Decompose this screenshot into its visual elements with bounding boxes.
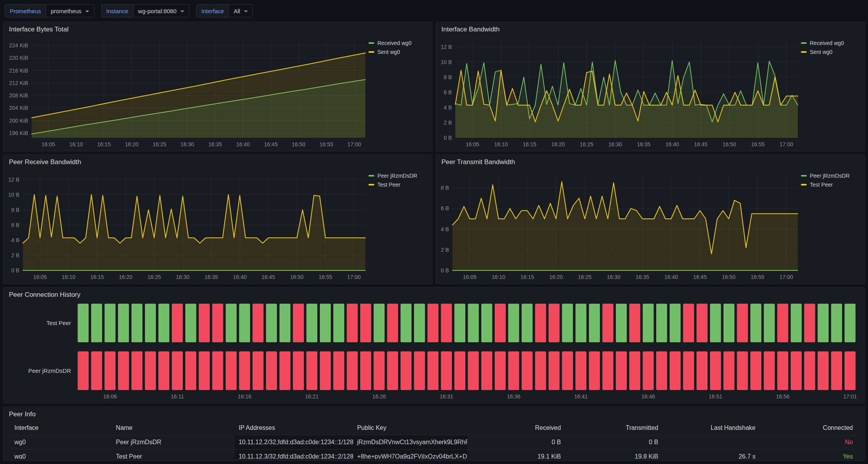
status-bar-connected[interactable] [791, 304, 802, 342]
chart-canvas[interactable]: 0 B2 B4 B6 B8 B10 B12 B16:0516:1016:1516… [5, 168, 368, 282]
chart-area-interface-bandwidth[interactable]: 0 B2 B4 B6 B8 B10 B12 B16:0516:1016:1516… [437, 35, 801, 149]
status-bar-connected[interactable] [401, 304, 412, 342]
status-bar-disconnected[interactable] [185, 351, 196, 390]
status-bar-disconnected[interactable] [131, 351, 142, 390]
status-bar-disconnected[interactable] [347, 351, 358, 390]
status-bar-disconnected[interactable] [724, 351, 735, 390]
status-bar-disconnected[interactable] [414, 351, 425, 390]
status-bar-disconnected[interactable] [252, 351, 263, 390]
status-bar-disconnected[interactable] [360, 351, 371, 390]
panel-title-peer-receive-bandwidth[interactable]: Peer Receive Bandwidth [3, 155, 432, 168]
status-bar-disconnected[interactable] [334, 351, 344, 390]
status-bar-disconnected[interactable] [804, 351, 815, 390]
status-bar-disconnected[interactable] [629, 304, 640, 342]
status-bar-disconnected[interactable] [159, 351, 169, 390]
status-bar-disconnected[interactable] [804, 304, 815, 342]
status-bar-connected[interactable] [616, 304, 627, 342]
status-bar-disconnected[interactable] [737, 304, 748, 342]
legend-item-sent-wg0[interactable]: Sent wg0 [368, 49, 430, 55]
status-bar-disconnected[interactable] [535, 304, 546, 342]
variable-interface-dropdown[interactable]: All [229, 4, 253, 17]
status-bar-connected[interactable] [845, 304, 856, 342]
variable-prometheus-dropdown[interactable]: prometheus [46, 4, 94, 17]
status-bar-disconnected[interactable] [777, 304, 788, 342]
status-bar-disconnected[interactable] [656, 351, 667, 390]
status-bar-disconnected[interactable] [252, 304, 263, 342]
status-bar-disconnected[interactable] [643, 351, 654, 390]
status-bar-disconnected[interactable] [616, 351, 627, 390]
status-bar-disconnected[interactable] [172, 304, 183, 342]
status-bar-disconnected[interactable] [697, 351, 707, 390]
status-bar-disconnected[interactable] [387, 351, 398, 390]
status-bar-disconnected[interactable] [455, 351, 465, 390]
chart-area-peer-receive-bandwidth[interactable]: 0 B2 B4 B6 B8 B10 B12 B16:0516:1016:1516… [5, 168, 368, 282]
table-header-name[interactable]: Name [112, 421, 235, 435]
status-bar-connected[interactable] [481, 304, 492, 342]
chart-area-peer-connection-history[interactable]: Test PeerPeer jRzmDsDR16:0616:1116:1616:… [5, 301, 862, 402]
legend-item-sent-wg0[interactable]: Sent wg0 [801, 49, 862, 55]
status-bar-disconnected[interactable] [360, 304, 371, 342]
status-bar-disconnected[interactable] [91, 351, 102, 390]
status-bar-connected[interactable] [710, 304, 721, 342]
panel-title-peer-transmit-bandwidth[interactable]: Peer Transmit Bandwidth [436, 155, 865, 168]
panel-title-interface-bandwidth[interactable]: Interface Bandwidth [436, 22, 865, 35]
status-bar-disconnected[interactable] [710, 351, 721, 390]
status-bar-disconnected[interactable] [670, 351, 681, 390]
status-bar-disconnected[interactable] [549, 351, 560, 390]
status-bar-disconnected[interactable] [737, 351, 748, 390]
panel-title-interface-bytes-total[interactable]: Interface Bytes Total [3, 22, 432, 35]
status-bar-disconnected[interactable] [750, 351, 761, 390]
panel-title-peer-info[interactable]: Peer Info [3, 407, 865, 420]
status-bar-connected[interactable] [159, 304, 169, 342]
status-bar-disconnected[interactable] [602, 304, 613, 342]
status-bar-disconnected[interactable] [78, 351, 89, 390]
status-bar-disconnected[interactable] [306, 351, 317, 390]
legend-item-received-wg0[interactable]: Received wg0 [368, 40, 430, 46]
status-bar-disconnected[interactable] [427, 304, 438, 342]
status-bar-disconnected[interactable] [374, 351, 385, 390]
variable-instance-dropdown[interactable]: wg-portal:8080 [133, 4, 189, 17]
status-bar-disconnected[interactable] [495, 304, 506, 342]
status-bar-connected[interactable] [724, 304, 735, 342]
status-bar-disconnected[interactable] [239, 351, 250, 390]
legend-item-test-peer[interactable]: Test Peer [801, 182, 862, 188]
status-bar-disconnected[interactable] [629, 351, 640, 390]
status-bar-connected[interactable] [562, 304, 573, 342]
chart-canvas[interactable]: 196 KiB200 KiB204 KiB208 KiB212 KiB216 K… [5, 35, 368, 149]
table-header-last-handshake[interactable]: Last Handshake [662, 421, 759, 435]
status-bar-disconnected[interactable] [347, 304, 358, 342]
status-bar-connected[interactable] [185, 304, 196, 342]
table-header-received[interactable]: Received [467, 421, 565, 435]
status-bar-disconnected[interactable] [818, 351, 828, 390]
status-bar-disconnected[interactable] [589, 351, 600, 390]
table-header-ip-addresses[interactable]: IP Addresses [235, 421, 353, 435]
status-bar-disconnected[interactable] [508, 351, 519, 390]
status-bar-connected[interactable] [239, 304, 250, 342]
status-bar-disconnected[interactable] [199, 304, 210, 342]
status-bar-disconnected[interactable] [172, 351, 183, 390]
chart-area-interface-bytes-total[interactable]: 196 KiB200 KiB204 KiB208 KiB212 KiB216 K… [5, 35, 368, 149]
status-bar-disconnected[interactable] [777, 351, 788, 390]
status-bar-connected[interactable] [831, 304, 842, 342]
status-bar-disconnected[interactable] [764, 351, 775, 390]
status-bar-connected[interactable] [320, 304, 331, 342]
status-bar-disconnected[interactable] [293, 304, 304, 342]
status-bar-disconnected[interactable] [387, 304, 398, 342]
status-bar-disconnected[interactable] [576, 351, 586, 390]
chart-canvas[interactable]: 0 B2 B4 B6 B8 B10 B12 B16:0516:1016:1516… [437, 35, 801, 149]
status-bar-connected[interactable] [226, 304, 237, 342]
status-bar-disconnected[interactable] [549, 304, 560, 342]
status-bar-disconnected[interactable] [280, 351, 290, 390]
status-bar-connected[interactable] [105, 304, 116, 342]
status-bar-disconnected[interactable] [683, 304, 694, 342]
status-bar-connected[interactable] [589, 304, 600, 342]
status-bar-connected[interactable] [750, 304, 761, 342]
status-bar-connected[interactable] [818, 304, 828, 342]
status-bar-disconnected[interactable] [212, 304, 223, 342]
status-bar-disconnected[interactable] [683, 351, 694, 390]
status-bar-disconnected[interactable] [427, 351, 438, 390]
status-bar-connected[interactable] [468, 304, 479, 342]
table-header-public-key[interactable]: Public Key [353, 421, 468, 435]
status-bar-disconnected[interactable] [522, 351, 533, 390]
status-bar-disconnected[interactable] [697, 304, 707, 342]
